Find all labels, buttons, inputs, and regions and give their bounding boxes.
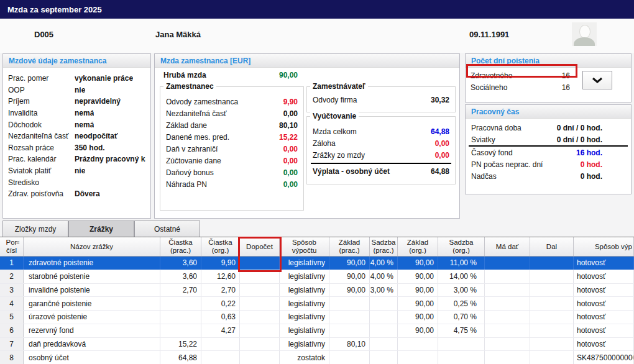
info-row-label: Sviatok platiť [8,166,75,175]
amount-row-label: Zrážky zo mzdy [313,151,365,160]
cell-dal [530,324,574,337]
info-row: Stredisko [8,176,145,188]
working-time-value: 0 hod. [581,160,602,169]
info-row: Prac. pomer vykonanie práce [8,73,145,84]
employee-birth-date: 09.11.1991 [469,30,509,39]
column-header[interactable]: Má dať [485,237,530,256]
amount-row: Zúčtovanie dane 0,00 [160,155,303,166]
employee-group: Zamestnanec Odvody zamestnanca 9,90 Nezd… [160,86,304,211]
info-row-value: nie [75,166,85,175]
column-header[interactable]: Sadzba (org.) [438,237,485,256]
amount-row: Daňový bonus 0,00 [160,166,303,178]
window-title-bar: Mzda za september 2025 [0,0,634,19]
cell-calc-method: legislatívny [280,270,329,283]
amount-row-label: Nezdaniteľná časť [166,109,226,118]
column-header[interactable]: Sadzba (prac.) [370,237,398,256]
tab[interactable]: Zrážky [68,221,134,237]
cell-base-employee: 90,00 [329,270,370,283]
column-header[interactable]: Základ (prac.) [329,237,370,256]
cell-rate-employee [370,338,398,351]
cell-amount-employee [160,324,201,337]
cell-row-number: 2 [0,270,24,283]
cell-dal [530,311,574,324]
cell-base-employee: 90,00 [329,284,370,297]
cell-dal [530,257,574,270]
table-row[interactable]: 3 invalidné poistenie 2,70 2,70 legislat… [0,284,634,298]
deductions-table-header: Por čísl Názov zrážky Čiastka (prac.) Či… [0,237,634,257]
cell-dal [530,351,574,364]
amount-row: Záloha 0,00 [307,137,455,149]
table-row[interactable]: 2 starobné poistenie 3,60 12,60 legislat… [0,270,634,284]
employer-group-rows: Odvody firma 30,32 [307,94,455,106]
cell-rate-org [438,351,485,364]
working-time-label: Pracovná doba [471,124,557,132]
column-header[interactable]: Spôsob výpočtu [280,237,329,256]
payout-total-value: 64,88 [431,167,449,176]
info-row-value: nemá [75,109,94,117]
amount-row: Základ dane 80,10 [160,119,303,131]
info-row-label: Prac. kalendár [8,155,75,163]
info-row: OOP nie [8,84,145,96]
cell-rate-employee [370,324,398,337]
info-row-value: Prázdny pracovný kale [75,155,145,163]
cell-ma-dat [485,324,530,337]
info-row-label: Príjem [8,97,75,106]
cell-calc-method: legislatívny [280,284,329,297]
cell-payment-method: hotovosť [574,297,634,310]
wage-panel-title: Mzda zamestnanca [EUR] [160,57,250,65]
sort-icon[interactable]: ≡ [16,240,19,245]
cell-ma-dat [485,297,530,310]
cell-rate-employee [370,297,398,310]
amount-row: Danené mes. pred. 15,22 [160,131,303,143]
cell-rate-org [438,338,485,351]
info-row-value: neodpočítať [75,132,118,140]
amount-row: Odvody zamestnanca 9,90 [160,96,303,107]
column-header[interactable]: Čiastka (org.) [201,237,240,256]
cell-base-employee [329,351,370,364]
column-header[interactable]: Čiastka (prac.) [160,237,201,256]
deductions-table-body: 1 zdravotné poistenie 3,60 9,90 legislat… [0,257,634,364]
cell-row-number: 8 [0,351,24,364]
cell-base-org [398,338,438,351]
tab[interactable]: Zložky mzdy [2,221,68,237]
cell-payment-method: hotovosť [574,257,634,270]
tab-label: Zložky mzdy [15,225,57,234]
info-row-label: Nezdaniteľná časť [8,132,75,140]
info-row-label: Rozsah práce [8,143,75,152]
cell-dopocet [240,257,280,270]
column-header[interactable]: Spôsob výp [574,237,634,256]
table-row[interactable]: 1 zdravotné poistenie 3,60 9,90 legislat… [0,257,634,270]
amount-row-value: 0,00 [283,180,298,189]
info-row: Dôchodok nemá [8,119,145,130]
amount-row-value: 0,00 [283,157,298,165]
cell-base-employee [329,324,370,337]
column-header[interactable]: Dopočet [240,237,280,256]
cell-amount-employee: 3,60 [160,270,201,283]
column-header[interactable]: Základ (org.) [398,237,438,256]
insurance-days-dropdown-button[interactable] [582,71,612,89]
cell-rate-employee [370,351,398,364]
column-header[interactable]: Dal [530,237,574,256]
column-header[interactable]: Názov zrážky [24,237,160,256]
wage-info-rows: Prac. pomer vykonanie práce OOP nie Príj… [3,68,150,200]
cell-amount-employee: 15,22 [160,338,201,351]
working-time-rows-top: Pracovná doba 0 dní / 0 hod. Sviatky 0 d… [466,122,631,145]
table-row[interactable]: 8 osobný účet 64,88 zostatok SK487500000… [0,351,634,364]
cell-calc-method: legislatívny [280,257,329,270]
tab[interactable]: Ostatné [134,221,200,237]
employee-photo-placeholder [572,22,597,46]
employee-header: D005 Jana Mäkká 09.11.1991 [0,19,634,53]
info-row-value: nie [75,86,85,94]
column-header[interactable]: Por čísl [0,237,24,256]
table-row[interactable]: 4 garančné poistenie 0,22 legislatívny 9… [0,297,634,311]
cell-deduction-name: invalidné poistenie [24,284,160,297]
table-row[interactable]: 5 úrazové poistenie 0,63 legislatívny 90… [0,311,634,324]
insurance-days-value: 16 [562,71,572,80]
table-row[interactable]: 7 daň preddavková 15,22 legislatívny 80,… [0,338,634,352]
table-row[interactable]: 6 rezervný fond 4,27 legislatívny 90,00 … [0,324,634,338]
cell-rate-org: 14,00 % [438,270,485,283]
insurance-days-row: Zdravotného 16 [466,70,572,81]
amount-row-label: Danené mes. pred. [166,133,229,142]
cell-row-number: 5 [0,311,24,324]
info-row-label: Prac. pomer [8,74,75,83]
